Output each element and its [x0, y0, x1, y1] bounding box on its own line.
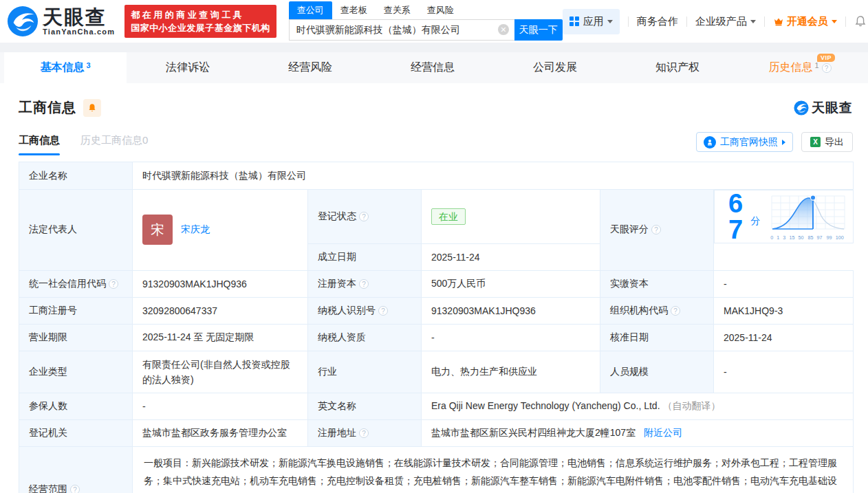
official-snapshot-button[interactable]: 工商官网快照	[696, 132, 793, 152]
tab-basic-info[interactable]: 基本信息3	[4, 52, 127, 83]
tab-count: 3	[86, 61, 90, 69]
approval-date-value: 2025-11-24	[714, 324, 854, 351]
table-row: 企业类型 有限责任公司(非自然人投资或控股的法人独资) 行业 电力、热力生产和供…	[19, 351, 854, 393]
tianyancha-logo-icon	[7, 6, 39, 37]
table-row: 经营范围? 一般项目：新兴能源技术研发；新能源汽车换电设施销售；在线能源计量技术…	[19, 446, 854, 493]
english-name-label: 英文名称	[308, 393, 422, 419]
reg-capital-value: 500万人民币	[422, 270, 600, 297]
company-nav-tabs: 基本信息3 法律诉讼 经营风险 经营信息 公司发展 知识产权 VIP 历史信息 …	[0, 52, 868, 83]
question-icon[interactable]: ?	[359, 212, 369, 221]
score-value: 67 分	[714, 190, 854, 243]
reg-number-label: 工商注册号	[19, 297, 133, 324]
establish-date-value: 2025-11-24	[422, 243, 600, 270]
score-marker-pin	[810, 195, 815, 199]
business-term-label: 营业期限	[19, 324, 133, 351]
avatar[interactable]: 宋	[142, 215, 173, 245]
nearby-companies-link[interactable]: 附近公司	[644, 427, 682, 438]
search-button[interactable]: 天眼一下	[514, 19, 563, 41]
watermark-logo: 天眼查	[794, 99, 853, 117]
tab-intellectual-property[interactable]: 知识产权	[616, 52, 739, 83]
taxpayer-id-label: 纳税人识别号?	[308, 297, 422, 324]
question-icon[interactable]: ?	[671, 306, 680, 316]
insured-count-label: 参保人数	[19, 393, 133, 419]
question-icon[interactable]: ?	[378, 306, 388, 316]
table-row: 企业名称 时代骐骥新能源科技（盐城）有限公司	[19, 162, 854, 190]
question-icon[interactable]: ?	[70, 485, 80, 493]
insured-count-value: -	[133, 393, 308, 419]
notification-bell-icon[interactable]	[854, 15, 867, 28]
chevron-down-icon	[750, 20, 756, 23]
top-menu: 应用 商务合作 企业级产品 开通会员 超级风...	[563, 9, 868, 34]
org-code-label: 组织机构代码?	[600, 297, 714, 324]
search-tabs: 查公司 查老板 查关系 查风险	[289, 2, 563, 19]
main-content: 工商信息 天眼查 工商信息 历史工商信息0 工商官网快照	[0, 98, 868, 493]
legal-rep-link[interactable]: 宋庆龙	[181, 223, 210, 236]
question-icon[interactable]: ?	[359, 428, 369, 438]
company-type-value: 有限责任公司(非自然人投资或控股的法人独资)	[133, 351, 308, 393]
table-row: 统一社会信用代码? 91320903MAK1JHQ936 注册资本? 500万人…	[19, 270, 854, 297]
tab-count: 1	[814, 61, 818, 69]
top-bar: 天眼查 TianYanCha.com 都在用的商业查询工具 国家中小企业发展子基…	[0, 0, 868, 43]
reg-capital-label: 注册资本?	[308, 270, 422, 297]
status-badge: 在业	[431, 208, 466, 225]
taxpayer-id-value: 91320903MAK1JHQ936	[422, 297, 600, 324]
score-number: 67	[728, 190, 749, 243]
search-tab-boss[interactable]: 查老板	[332, 1, 376, 19]
search-input[interactable]	[289, 19, 514, 41]
clear-icon[interactable]: ✕	[498, 24, 509, 35]
chevron-down-icon	[607, 20, 613, 23]
question-icon[interactable]: ?	[359, 279, 369, 289]
header-divider	[0, 43, 868, 52]
score-axis-labels: 01 315 5085 9799 100	[770, 234, 845, 241]
taxpayer-quality-value: -	[422, 324, 600, 351]
tianyancha-logo[interactable]: 天眼查 TianYanCha.com	[7, 6, 115, 37]
question-icon[interactable]: ?	[822, 63, 832, 73]
company-name-label: 企业名称	[19, 162, 133, 190]
subtab-history-business-info[interactable]: 历史工商信息0	[80, 134, 148, 155]
auto-translate-note: （自动翻译）	[663, 400, 721, 411]
business-term-value: 2025-11-24 至 无固定期限	[133, 324, 308, 351]
tab-business-info[interactable]: 经营信息	[371, 52, 494, 83]
search-area: 查公司 查老板 查关系 查风险 ✕ 天眼一下	[289, 2, 563, 41]
vip-badge: VIP	[817, 54, 835, 62]
crown-icon	[773, 16, 784, 27]
stamp-icon	[704, 136, 716, 149]
question-icon[interactable]: ?	[109, 279, 118, 289]
tab-company-development[interactable]: 公司发展	[494, 52, 616, 83]
chevron-down-icon	[832, 20, 837, 23]
menu-cooperation[interactable]: 商务合作	[637, 15, 678, 28]
logo-en-text: TianYanCha.com	[43, 28, 115, 36]
page-title: 工商信息	[19, 98, 76, 117]
tab-history-info[interactable]: VIP 历史信息 1 ?	[739, 52, 861, 83]
industry-value: 电力、热力生产和供应业	[422, 351, 600, 393]
business-scope-value: 一般项目：新兴能源技术研发；新能源汽车换电设施销售；在线能源计量技术研发；合同能…	[133, 446, 854, 493]
legal-rep-label: 法定代表人	[19, 190, 133, 271]
tab-legal-proceedings[interactable]: 法律诉讼	[127, 52, 249, 83]
legal-rep-value: 宋 宋庆龙	[133, 190, 308, 271]
search-tab-relation[interactable]: 查关系	[376, 1, 419, 19]
menu-open-vip[interactable]: 开通会员	[773, 15, 837, 28]
subtab-business-info[interactable]: 工商信息	[19, 134, 60, 155]
reg-address-value: 盐城市盐都区新区兴民村四组神龙大厦2幢107室 附近公司	[422, 419, 854, 446]
question-icon[interactable]: ?	[651, 225, 661, 234]
apps-grid-icon	[569, 17, 579, 26]
table-row: 营业期限 2025-11-24 至 无固定期限 纳税人资质 - 核准日期 202…	[19, 324, 854, 351]
english-name-value: Era Qiji New Energy Technology (Yancheng…	[422, 393, 854, 419]
monitor-bell-icon[interactable]	[83, 99, 101, 117]
staff-size-label: 人员规模	[600, 351, 714, 393]
reg-authority-label: 登记机关	[19, 419, 133, 446]
business-scope-label: 经营范围?	[19, 446, 133, 493]
table-row: 参保人数 - 英文名称 Era Qiji New Energy Technolo…	[19, 393, 854, 419]
reg-number-value: 32092800647337	[133, 297, 308, 324]
credit-code-label: 统一社会信用代码?	[19, 270, 133, 297]
menu-enterprise-products[interactable]: 企业级产品	[695, 15, 756, 28]
tab-operating-risk[interactable]: 经营风险	[249, 52, 371, 83]
credit-code-value: 91320903MAK1JHQ936	[133, 270, 308, 297]
menu-apps[interactable]: 应用	[563, 9, 620, 34]
menu-apps-label: 应用	[583, 15, 604, 28]
company-name-value: 时代骐骥新能源科技（盐城）有限公司	[133, 162, 854, 190]
export-button[interactable]: X 导出	[801, 132, 853, 152]
search-tab-risk[interactable]: 查风险	[419, 1, 462, 19]
reg-status-value: 在业	[422, 190, 600, 244]
search-tab-company[interactable]: 查公司	[289, 1, 332, 19]
